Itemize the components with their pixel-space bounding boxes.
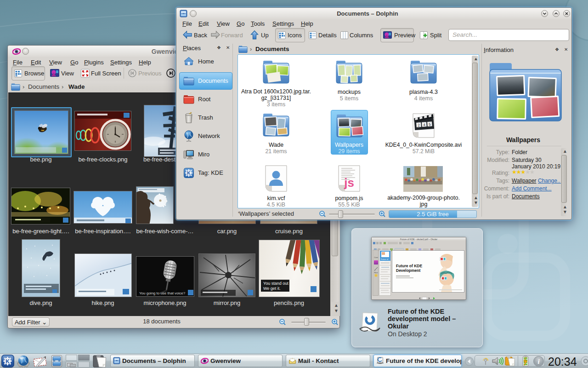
- svg-text:We get it.: We get it.: [263, 286, 281, 291]
- svg-text:K: K: [187, 170, 191, 176]
- svg-text:js: js: [344, 176, 354, 190]
- svg-text:You going to use that voice?: You going to use that voice?: [139, 291, 186, 295]
- svg-text:You stand out: You stand out: [263, 281, 288, 286]
- svg-text:K: K: [6, 358, 10, 365]
